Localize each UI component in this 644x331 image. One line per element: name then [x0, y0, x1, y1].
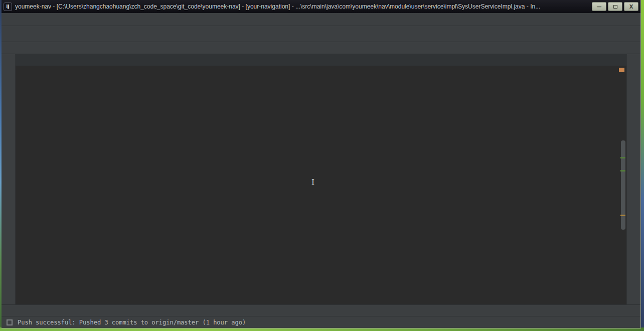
desktop-wallpaper-right	[640, 0, 644, 331]
window-title: youmeek-nav - [C:\Users\zhangchaohuang\z…	[15, 3, 588, 10]
breadcrumb	[2, 42, 640, 54]
close-button[interactable]: X	[624, 2, 638, 11]
title-bar[interactable]: IJ youmeek-nav - [C:\Users\zhangchaohuan…	[2, 0, 640, 13]
right-tool-window-stripe	[626, 54, 640, 304]
menu-bar	[2, 13, 640, 26]
mouse-ibeam-cursor: I	[311, 178, 314, 187]
intellij-logo-icon: IJ	[4, 3, 12, 11]
stripe-mark-orange[interactable]	[620, 215, 625, 216]
restore-icon	[613, 5, 617, 9]
status-bar: Push successful: Pushed 3 commits to ori…	[2, 316, 640, 328]
toolwindow-toggle-icon[interactable]	[7, 319, 13, 325]
stripe-mark-green[interactable]	[620, 157, 625, 158]
ide-window: IJ youmeek-nav - [C:\Users\zhangchaohuan…	[2, 0, 641, 328]
restore-button[interactable]	[608, 2, 622, 11]
tool-window-bar	[2, 304, 640, 316]
left-tool-window-stripe	[2, 54, 16, 304]
stripe-mark-green[interactable]	[620, 170, 625, 172]
editor-tab-bar	[16, 54, 626, 66]
error-stripe-warning-mark[interactable]	[619, 68, 624, 72]
status-message: Push successful: Pushed 3 commits to ori…	[18, 319, 246, 326]
main-toolbar	[2, 26, 640, 42]
minimize-button[interactable]: —	[592, 2, 606, 11]
editor-scrollbar[interactable]	[621, 140, 625, 230]
code-editor[interactable]: I	[16, 66, 626, 304]
